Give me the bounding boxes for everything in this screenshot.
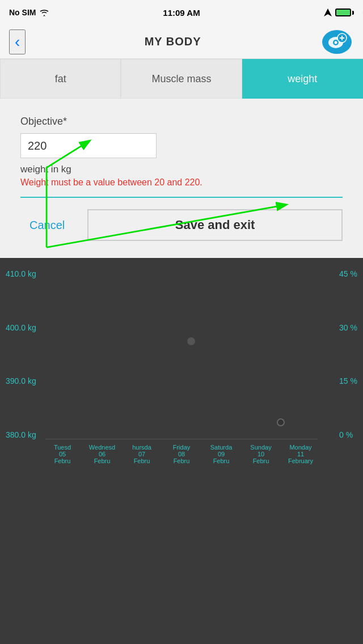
- y-right-label-0: 45 %: [339, 269, 357, 278]
- weight-unit-label: weight in kg: [20, 164, 343, 175]
- carrier-text: No SIM: [9, 8, 36, 17]
- status-bar-left: No SIM: [9, 8, 49, 17]
- battery-icon: ⚡: [335, 9, 354, 16]
- y-label-0: 410.0 kg: [6, 269, 36, 278]
- chart-dot-1: [187, 337, 195, 345]
- x-label-1: Wednesd 06 Febru: [85, 444, 119, 464]
- y-right-label-3: 0 %: [339, 430, 357, 439]
- wifi-icon: [39, 9, 49, 16]
- chart-inner: [45, 269, 318, 439]
- objective-input[interactable]: [20, 133, 157, 158]
- y-label-1: 400.0 kg: [6, 323, 36, 332]
- chart-x-labels: Tuesd 05 Febru Wednesd 06 Febru hursda 0…: [0, 439, 363, 464]
- tab-muscle[interactable]: Muscle mass: [121, 59, 242, 99]
- chart-y-labels-right: 45 % 30 % 15 % 0 %: [339, 269, 357, 439]
- x-label-0: Tuesd 05 Febru: [45, 444, 79, 464]
- form-card: Objective* weight in kg Weight must be a…: [0, 99, 363, 258]
- cancel-button[interactable]: Cancel: [20, 214, 74, 236]
- add-icon: [325, 32, 349, 52]
- y-right-label-2: 15 %: [339, 376, 357, 385]
- location-icon: [324, 9, 332, 16]
- battery-tip: [352, 11, 354, 15]
- add-btn-circle: [322, 30, 352, 54]
- x-label-6: Monday 11 February: [284, 444, 318, 464]
- chart-area: 410.0 kg 400.0 kg 390.0 kg 380.0 kg 45 %…: [0, 258, 363, 464]
- save-button[interactable]: Save and exit: [87, 209, 343, 241]
- status-bar-right: ⚡: [324, 9, 354, 16]
- page-title: MY BODY: [145, 35, 201, 48]
- chart-dot-2: [277, 418, 285, 426]
- svg-point-3: [335, 41, 337, 44]
- y-right-label-1: 30 %: [339, 323, 357, 332]
- add-button[interactable]: [320, 28, 354, 56]
- x-label-5: Sunday 10 Febru: [244, 444, 278, 464]
- divider-line: [20, 197, 343, 198]
- tab-bar: fat Muscle mass weight: [0, 59, 363, 99]
- y-label-2: 390.0 kg: [6, 376, 36, 385]
- objective-label: Objective*: [20, 116, 343, 128]
- x-label-4: Saturda 09 Febru: [204, 444, 238, 464]
- error-text: Weight must be a value between 20 and 22…: [20, 177, 343, 188]
- status-bar-time: 11:09 AM: [163, 8, 200, 18]
- tab-fat[interactable]: fat: [0, 59, 121, 99]
- back-button[interactable]: ‹: [9, 29, 26, 54]
- battery-body: [335, 9, 351, 16]
- status-bar: No SIM 11:09 AM ⚡: [0, 0, 363, 25]
- x-label-3: Friday 08 Febru: [164, 444, 199, 464]
- header: ‹ MY BODY: [0, 25, 363, 59]
- y-label-3: 380.0 kg: [6, 430, 36, 439]
- tab-weight[interactable]: weight: [242, 59, 363, 99]
- x-label-2: hursda 07 Febru: [125, 444, 159, 464]
- svg-marker-0: [324, 9, 332, 16]
- chart-y-labels-left: 410.0 kg 400.0 kg 390.0 kg 380.0 kg: [6, 269, 36, 439]
- button-row: Cancel Save and exit: [20, 209, 343, 241]
